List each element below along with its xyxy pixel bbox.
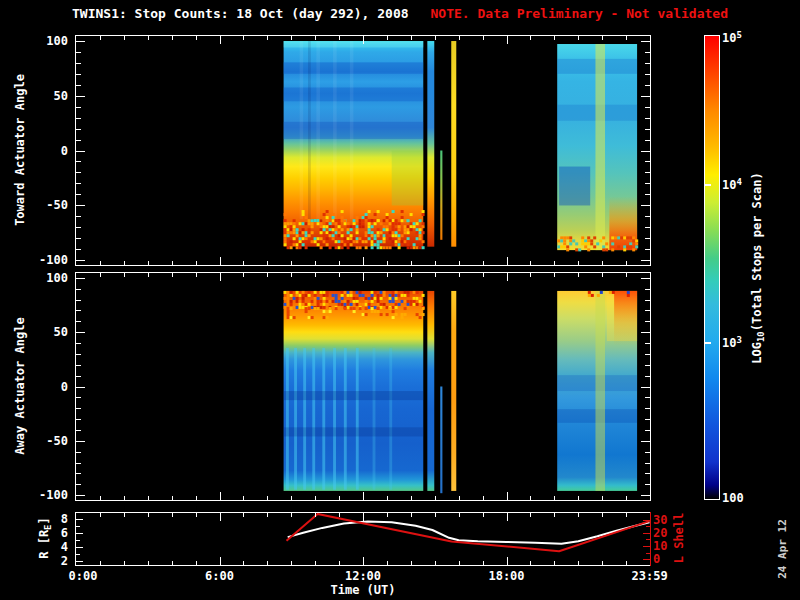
tick-mark xyxy=(645,408,650,409)
lshell-tick-label: 20 xyxy=(653,526,685,540)
tick-mark xyxy=(578,261,579,265)
tick-mark xyxy=(315,496,316,500)
tick-mark xyxy=(196,36,197,40)
tick-mark xyxy=(602,36,603,40)
tick-mark xyxy=(267,36,268,40)
tick-mark xyxy=(507,557,508,565)
y-tick-label: 50 xyxy=(24,325,68,339)
tick-mark xyxy=(645,129,650,130)
tick-mark xyxy=(641,332,650,333)
tick-mark xyxy=(645,463,650,464)
colorbar-tick-exponent: 5 xyxy=(736,30,741,40)
y-tick-label: -100 xyxy=(24,488,68,502)
tick-mark xyxy=(626,513,627,517)
tick-mark xyxy=(315,261,316,265)
tick-mark xyxy=(196,513,197,517)
y-tick-label: 100 xyxy=(24,34,68,48)
tick-mark xyxy=(530,513,531,517)
y-tick-label: 0 xyxy=(24,144,68,158)
tick-mark xyxy=(530,261,531,265)
tick-mark xyxy=(459,561,460,565)
l-shell-line xyxy=(287,514,650,551)
colorbar-tick-label: 100 xyxy=(722,491,744,505)
tick-mark xyxy=(124,273,125,277)
tick-mark xyxy=(220,492,221,500)
tick-mark xyxy=(76,183,81,184)
toward-panel xyxy=(75,35,651,266)
tick-mark xyxy=(148,513,149,517)
tick-mark xyxy=(641,441,650,442)
tick-mark xyxy=(641,260,650,261)
tick-mark xyxy=(641,387,650,388)
tick-mark xyxy=(76,354,81,355)
y-tick-label: -100 xyxy=(24,253,68,267)
tick-mark xyxy=(530,561,531,565)
tick-mark xyxy=(124,513,125,517)
x-tick-label: 18:00 xyxy=(483,569,531,583)
tick-mark xyxy=(363,513,364,521)
tick-mark xyxy=(646,539,650,540)
tick-mark xyxy=(172,273,173,277)
colorbar xyxy=(704,35,720,500)
tick-mark xyxy=(76,41,85,42)
tick-mark xyxy=(507,257,508,265)
twins-spectrogram-page: TWINS1: Stop Counts: 18 Oct (day 292), 2… xyxy=(0,0,800,600)
tick-mark xyxy=(243,273,244,277)
tick-mark xyxy=(76,249,81,250)
tick-mark xyxy=(291,561,292,565)
tick-mark xyxy=(641,495,650,496)
colorbar-tick-exponent: 4 xyxy=(736,177,741,187)
tick-mark xyxy=(76,151,85,152)
tick-mark xyxy=(220,36,221,44)
tick-mark xyxy=(172,513,173,517)
tick-mark xyxy=(100,261,101,265)
time-axis-label: Time (UT) xyxy=(315,583,411,597)
tick-mark xyxy=(411,561,412,565)
tick-mark xyxy=(645,63,650,64)
tick-mark xyxy=(411,496,412,500)
tick-mark xyxy=(483,496,484,500)
plot-title: TWINS1: Stop Counts: 18 Oct (day 292), 2… xyxy=(72,6,728,21)
tick-mark xyxy=(76,321,81,322)
colorbar-tick-label: 105 xyxy=(722,31,742,45)
tick-mark xyxy=(243,561,244,565)
tick-mark xyxy=(196,561,197,565)
colorbar-tick-base: 10 xyxy=(722,31,736,45)
tick-mark xyxy=(100,496,101,500)
tick-mark xyxy=(124,261,125,265)
tick-mark xyxy=(459,496,460,500)
tick-mark xyxy=(411,273,412,277)
tick-mark xyxy=(435,561,436,565)
tick-mark xyxy=(411,513,412,517)
tick-mark xyxy=(363,557,364,565)
tick-mark xyxy=(76,343,81,344)
title-note: NOTE. Data Preliminary - Not validated xyxy=(431,6,728,21)
tick-mark xyxy=(645,430,650,431)
tick-mark xyxy=(578,273,579,277)
tick-mark xyxy=(507,492,508,500)
tick-mark xyxy=(554,273,555,277)
tick-mark xyxy=(100,273,101,277)
tick-mark xyxy=(267,561,268,565)
tick-mark xyxy=(76,561,83,562)
tick-mark xyxy=(645,419,650,420)
toward-heatmap-canvas xyxy=(76,36,650,265)
colorbar-tick-label: 103 xyxy=(722,336,742,350)
tick-mark xyxy=(626,561,627,565)
tick-mark xyxy=(76,452,81,453)
tick-mark xyxy=(645,52,650,53)
tick-mark xyxy=(626,261,627,265)
tick-mark xyxy=(172,261,173,265)
colorbar-tick-exponent: 3 xyxy=(736,335,741,345)
tick-mark xyxy=(705,184,711,186)
tick-mark xyxy=(483,513,484,517)
tick-mark xyxy=(459,36,460,40)
tick-mark xyxy=(641,278,650,279)
tick-mark xyxy=(483,261,484,265)
tick-mark xyxy=(363,492,364,500)
tick-mark xyxy=(196,496,197,500)
tick-mark xyxy=(578,36,579,40)
tick-mark xyxy=(387,496,388,500)
tick-mark xyxy=(76,533,83,534)
tick-mark xyxy=(76,227,81,228)
